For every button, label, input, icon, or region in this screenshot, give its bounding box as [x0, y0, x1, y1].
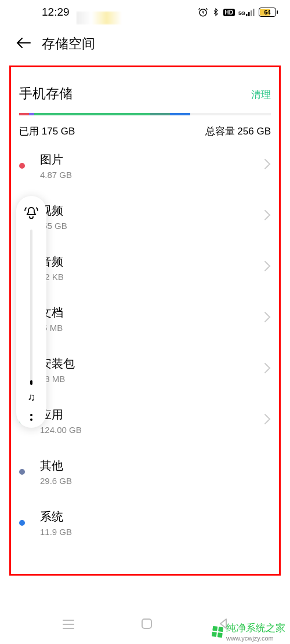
menu-button[interactable] [62, 618, 75, 633]
category-item[interactable]: 文档.5 MB [19, 293, 271, 344]
battery-icon: 64 [259, 8, 276, 17]
bell-ring-icon [23, 203, 39, 223]
status-bar: 12:29 HD 5G 64 [0, 0, 290, 24]
category-name: 文档 [40, 305, 264, 321]
category-name: 视频 [40, 203, 264, 219]
category-item[interactable]: 应用124.00 GB [19, 395, 271, 446]
page-title: 存储空间 [42, 35, 95, 53]
chevron-right-icon [264, 362, 271, 377]
category-name: 安装包 [40, 356, 264, 372]
more-icon[interactable] [30, 414, 32, 421]
volume-slider[interactable] [30, 230, 32, 385]
hd-badge: HD [223, 9, 235, 16]
total-label: 总容量 256 GB [205, 125, 271, 138]
category-size: 4.87 GB [40, 170, 264, 180]
category-size: 29.6 GB [40, 476, 271, 486]
category-size: .5 MB [40, 323, 264, 333]
category-item[interactable]: 视频.55 GB [19, 191, 271, 242]
category-size: .55 GB [40, 221, 264, 231]
category-item[interactable]: 音频62 KB [19, 242, 271, 293]
signal-5g-icon: 5G [238, 8, 255, 16]
category-name: 其他 [40, 458, 271, 474]
category-list: 图片4.87 GB视频.55 GB音频62 KB文档.5 MB安装包08 MB应… [19, 140, 271, 548]
watermark-logo-icon [212, 625, 223, 637]
home-button[interactable] [141, 618, 153, 633]
highlight-box: 手机存储 清理 已用 175 GB 总容量 256 GB 图片4.87 GB视频… [9, 66, 281, 576]
category-size: 08 MB [40, 374, 264, 384]
category-name: 应用 [40, 407, 264, 423]
chevron-right-icon [264, 413, 271, 428]
chevron-right-icon [264, 311, 271, 326]
category-item[interactable]: 图片4.87 GB [19, 140, 271, 191]
back-button[interactable] [16, 37, 31, 51]
category-item: 其他29.6 GB [19, 446, 271, 497]
category-name: 音频 [40, 254, 264, 270]
watermark: 纯净系统之家 www.ycwjzy.com [212, 621, 285, 642]
used-label: 已用 175 GB [19, 125, 75, 138]
category-size: 124.00 GB [40, 425, 264, 435]
category-name: 图片 [40, 152, 264, 168]
chevron-right-icon [264, 158, 271, 173]
section-title: 手机存储 [19, 85, 72, 103]
alarm-icon [198, 7, 208, 17]
category-dot-icon [19, 520, 25, 526]
svg-rect-1 [246, 14, 248, 16]
usage-bar [19, 113, 271, 115]
category-size: 62 KB [40, 272, 264, 282]
category-size: 11.9 GB [40, 527, 271, 537]
svg-rect-2 [248, 12, 250, 16]
page-header: 存储空间 [0, 24, 290, 66]
music-note-icon[interactable]: ♫ [27, 392, 35, 402]
volume-panel[interactable]: ♫ [16, 196, 46, 428]
status-time: 12:29 [42, 6, 70, 19]
svg-rect-3 [251, 10, 252, 16]
category-dot-icon [19, 469, 25, 475]
blur-region [77, 12, 122, 24]
category-name: 系统 [40, 509, 271, 525]
category-dot-icon [19, 163, 25, 169]
category-item[interactable]: 安装包08 MB [19, 344, 271, 395]
chevron-right-icon [264, 260, 271, 275]
category-item: 系统11.9 GB [19, 497, 271, 548]
bluetooth-icon [212, 7, 220, 17]
chevron-right-icon [264, 209, 271, 224]
svg-rect-5 [142, 619, 151, 628]
svg-rect-4 [253, 9, 255, 16]
clean-button[interactable]: 清理 [251, 88, 271, 101]
